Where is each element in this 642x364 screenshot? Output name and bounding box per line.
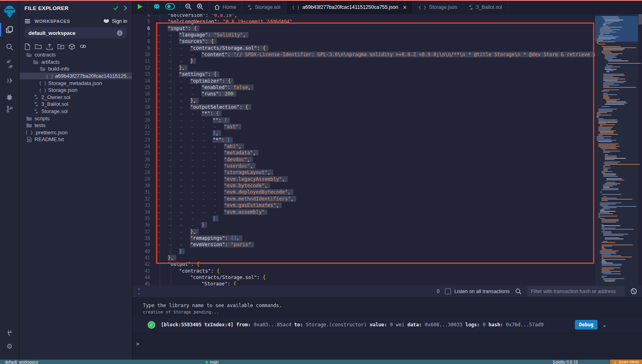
scrollbar-thumb[interactable] — [638, 14, 642, 24]
status-bar: default_workspace main Solidity 0.8.19 ☺… — [0, 360, 642, 364]
tx-field-value: Storage.(constructor) — [303, 322, 370, 328]
terminal-expand-chevrons[interactable]: ⌃⌄ — [137, 289, 140, 294]
sidebar-item-file-explorer[interactable] — [0, 23, 19, 36]
sidebar-item-settings[interactable]: ⚙ — [0, 340, 19, 353]
tree-item-2-owner-sol[interactable]: 2_Owner.sol — [20, 94, 132, 101]
sign-in-button[interactable]: Sign in — [103, 18, 127, 24]
scam-alerts-badge[interactable]: ☺Scam Alerts — [610, 360, 642, 364]
minimap-line — [603, 97, 610, 97]
selected-text: "language": "Solidity", — [179, 32, 248, 38]
upload-folder-button[interactable] — [57, 43, 64, 52]
clear-console-icon[interactable] — [630, 288, 637, 295]
transaction-row[interactable]: ✓ [block:5583405 txIndex:4] from: 0xa03.… — [132, 317, 642, 332]
minimap-line — [598, 36, 619, 37]
token: { — [263, 275, 266, 280]
token: "" — [213, 117, 218, 123]
tree-item-build-info[interactable]: build-info — [20, 65, 132, 73]
remix-logo[interactable] — [0, 4, 19, 20]
code-lines[interactable]: 4"solcVersion": "0.8.19",5"solcLongVersi… — [132, 14, 595, 285]
minimap-line — [603, 89, 619, 90]
link-icon-button[interactable] — [79, 43, 87, 52]
transaction-filter-input[interactable] — [527, 286, 625, 296]
token: } — [190, 58, 193, 64]
line-content: →→→→→→"evm.bytecode", — [156, 182, 270, 189]
listen-all-transactions-checkbox[interactable] — [445, 288, 451, 294]
zoom-out-button[interactable] — [185, 3, 192, 12]
minimap-line — [601, 106, 610, 107]
token: , — [248, 85, 251, 90]
line-content: →→→"remappings": [], — [156, 235, 242, 242]
line-content: →→→→"content": "// SPDX-License-Identifi… — [156, 51, 595, 58]
tree-item-storage-json[interactable]: { }Storage.json — [20, 87, 132, 94]
statusbar-branch[interactable]: main — [205, 360, 219, 364]
transaction-summary: [block:5583405 txIndex:4] from: 0xa03...… — [161, 322, 544, 328]
sidebar-item-search[interactable] — [0, 40, 19, 54]
tab-whitespace-arrow: → — [213, 196, 224, 202]
token: , — [243, 32, 246, 38]
transaction-expand-chevron[interactable]: ⌄ — [602, 322, 607, 328]
line-content: →→→→→→"evm.deployedBytecode", — [156, 189, 293, 196]
text: "contracts/Storage.sol": { — [190, 275, 266, 280]
tab-a69b43-json[interactable]: { } a69b43f277ba20fcac141151250ca755.jso… — [286, 1, 413, 14]
upload-file-button[interactable] — [46, 43, 53, 52]
sidebar-item-solidity-compiler[interactable] — [0, 57, 19, 71]
tab-whitespace-arrow: → — [190, 183, 201, 189]
tree-item-storage-metadata-json[interactable]: { }Storage_metadata.json — [20, 79, 132, 87]
minimap[interactable] — [595, 14, 638, 285]
statusbar-workspace[interactable]: default_workspace — [5, 360, 38, 364]
new-file-button[interactable] — [24, 43, 30, 52]
minimap-line — [601, 255, 621, 256]
zoom-in-button[interactable] — [197, 3, 203, 12]
tree-item-artifacts[interactable]: artifacts — [20, 59, 132, 66]
collapse-panel-chevron[interactable] — [124, 6, 127, 10]
new-folder-button[interactable] — [35, 43, 42, 52]
tree-item-a69b43f277ba20fcac141151250ca7-[interactable]: { }a69b43f277ba20fcac141151250ca7... — [20, 73, 132, 80]
tree-item-contracts[interactable]: contracts — [20, 51, 132, 59]
sidebar-item-debugger[interactable] — [0, 90, 19, 103]
token: , — [250, 163, 253, 169]
tab-whitespace-arrow: → — [190, 150, 201, 156]
ai-assistant-robot-icon[interactable] — [153, 3, 160, 12]
token: "devdoc" — [224, 157, 247, 162]
token: "language" — [179, 32, 208, 38]
minimap-line — [603, 184, 617, 185]
selected-text: "": [ — [213, 117, 230, 123]
workspaces-menu-icon[interactable] — [24, 19, 30, 24]
code-editor[interactable]: 4"solcVersion": "0.8.19",5"solcLongVersi… — [132, 14, 642, 285]
minimap-line — [601, 260, 605, 261]
debug-button[interactable]: Debug — [575, 320, 597, 330]
tree-item--prettierrc-json[interactable]: { }.prettierrc.json — [20, 129, 132, 136]
workspace-select[interactable]: default_workspace — [24, 27, 127, 38]
tree-item-tests[interactable]: tests — [20, 122, 132, 129]
minimap-line — [597, 115, 612, 115]
tree-item-readme-txt[interactable]: README.txt — [20, 136, 132, 143]
token: : — [208, 71, 213, 77]
sidebar-item-git[interactable] — [0, 102, 19, 116]
close-tab-icon[interactable]: ✕ — [402, 4, 407, 10]
sidebar-item-plugin-manager[interactable] — [0, 326, 19, 340]
tree-item-storage-sol[interactable]: Storage.sol — [20, 108, 132, 115]
line-content: →→"sources": { — [156, 38, 217, 45]
line-number: 30 — [132, 182, 150, 189]
token: : — [219, 91, 224, 97]
editor-scrollbar[interactable] — [638, 14, 642, 285]
tree-item-3-ballot-sol[interactable]: 3_Ballot.sol — [20, 101, 132, 108]
line-number: 9 — [132, 45, 150, 51]
line-content: "contracts": { — [156, 268, 219, 274]
sidebar-item-deploy-and-run[interactable] — [0, 74, 19, 87]
tab-storage-sol[interactable]: Storage.sol — [242, 1, 286, 14]
minimap-line — [605, 157, 617, 158]
tab-storage-json[interactable]: { } Storage.json — [413, 1, 463, 14]
tree-item-scripts[interactable]: scripts — [20, 115, 132, 122]
token: "contracts" — [179, 268, 211, 274]
box-icon-button[interactable] — [69, 43, 75, 52]
tab-whitespace-arrow: → — [201, 144, 213, 150]
copilot-toggle[interactable] — [165, 3, 175, 11]
tab-3-ballot-sol[interactable]: 3_Ballot.sol — [463, 1, 508, 14]
token: "input" — [168, 26, 188, 31]
minimap-line — [597, 116, 599, 117]
selected-text: "sources": { — [179, 38, 217, 44]
panel-title: FILE EXPLORER — [24, 5, 69, 11]
run-script-play-button[interactable] — [137, 4, 143, 11]
tab-home[interactable]: Home — [209, 1, 242, 14]
